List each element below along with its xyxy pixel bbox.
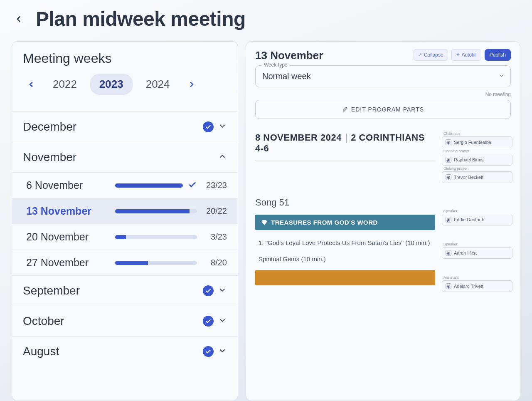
edit-program-parts-button[interactable]: EDIT PROGRAM PARTS xyxy=(255,100,511,119)
month-row-october[interactable]: October xyxy=(12,306,238,336)
progress-bar xyxy=(115,183,183,188)
month-label: October xyxy=(23,314,64,328)
meeting-weeks-panel: Meeting weeks 2022 2023 2024 December xyxy=(12,41,238,401)
assignment-chip-closing-prayer[interactable]: ◉ Trevor Beckett xyxy=(442,171,512,183)
no-meeting-label: No meeting xyxy=(246,92,520,97)
gem-icon xyxy=(261,219,268,226)
year-tabs: 2022 2023 2024 xyxy=(23,74,227,95)
assignment-name: Aaron Hirst xyxy=(454,250,477,255)
assignment-chip-part2[interactable]: ◉ Aaron Hirst xyxy=(442,247,512,259)
autofill-button[interactable]: Autofill xyxy=(451,49,481,61)
collapse-button[interactable]: Collapse xyxy=(414,49,448,61)
week-detail-panel: 13 November Collapse Autofill Publish We… xyxy=(246,41,520,401)
edit-program-parts-label: EDIT PROGRAM PARTS xyxy=(351,106,424,113)
chevron-down-icon xyxy=(218,285,227,296)
year-tab-2022[interactable]: 2022 xyxy=(44,74,86,95)
month-label: September xyxy=(23,284,80,297)
pencil-icon xyxy=(342,106,348,112)
back-button[interactable] xyxy=(12,12,26,26)
month-row-august[interactable]: August xyxy=(12,336,238,366)
assignment-chip-part3[interactable]: ◉ Adelard Trivett xyxy=(442,280,512,292)
assignment-label: Assistant xyxy=(443,275,459,280)
assignment-name: Raphael Binns xyxy=(454,157,484,162)
months-list: December November xyxy=(12,111,238,366)
person-icon: ◉ xyxy=(446,157,451,163)
week-type-value: Normal week xyxy=(262,72,311,81)
publish-button[interactable]: Publish xyxy=(485,49,511,61)
header-row: Plan midweek meeting xyxy=(12,7,520,30)
progress-ratio: 8/20 xyxy=(202,258,227,267)
app-root: Plan midweek meeting Meeting weeks 2022 … xyxy=(0,0,532,401)
assignment-chip-chairman[interactable]: ◉ Sergio Fuentealba xyxy=(442,136,512,148)
week-row[interactable]: 27 November 8/20 xyxy=(12,250,238,275)
assignment-label: Closing prayer xyxy=(443,166,468,171)
person-icon: ◉ xyxy=(446,250,451,256)
check-circle-icon xyxy=(203,121,214,132)
chevron-left-icon xyxy=(27,80,36,89)
detail-date: 13 November xyxy=(255,49,323,62)
week-row[interactable]: 6 November 23/23 xyxy=(12,172,238,198)
collapse-label: Collapse xyxy=(424,52,443,58)
week-list-november: 6 November 23/23 13 November 20/22 xyxy=(12,172,238,275)
month-label: December xyxy=(23,120,76,134)
check-circle-icon xyxy=(203,346,214,357)
chevron-down-icon xyxy=(499,73,505,80)
section-banner-ministry xyxy=(255,270,435,285)
schedule-area: 8 NOVEMBER 2024|2 CORINTHIANS 4-6 Chairm… xyxy=(246,121,520,292)
chevron-right-icon xyxy=(187,80,196,89)
assignment-name: Sergio Fuentealba xyxy=(454,140,491,145)
year-tab-2024[interactable]: 2024 xyxy=(137,74,179,95)
year-next-button[interactable] xyxy=(183,76,200,93)
progress-ratio: 20/22 xyxy=(202,206,227,216)
assignment-name: Trevor Beckett xyxy=(454,175,483,180)
week-label: 13 November xyxy=(26,205,109,217)
assignment-label: Opening prayer xyxy=(443,149,469,153)
chevron-up-icon xyxy=(218,152,227,163)
year-tab-2023[interactable]: 2023 xyxy=(90,74,133,95)
assignment-name: Adelard Trivett xyxy=(454,284,483,289)
month-row-november[interactable]: November xyxy=(12,142,238,172)
assignment-chip-opening-prayer[interactable]: ◉ Raphael Binns xyxy=(442,154,512,166)
meeting-weeks-title: Meeting weeks xyxy=(23,51,227,66)
week-type-select[interactable]: Week type Normal week xyxy=(255,65,511,87)
chevron-down-icon xyxy=(218,316,227,327)
progress-ratio: 23/23 xyxy=(202,181,227,190)
panels: Meeting weeks 2022 2023 2024 December xyxy=(12,41,520,401)
check-circle-icon xyxy=(203,316,214,327)
month-row-december[interactable]: December xyxy=(12,111,238,142)
assignment-label: Chairman xyxy=(443,131,460,136)
assignment-label: Speaker xyxy=(443,209,458,213)
chevron-left-icon xyxy=(13,14,24,25)
person-icon: ◉ xyxy=(446,217,451,223)
week-row[interactable]: 20 November 3/23 xyxy=(12,224,238,250)
check-icon xyxy=(188,180,197,191)
progress-bar xyxy=(115,209,197,213)
week-row[interactable]: 13 November 20/22 xyxy=(12,198,238,224)
autofill-label: Autofill xyxy=(462,52,477,58)
assignment-label: Speaker xyxy=(443,242,458,246)
week-type-label: Week type xyxy=(261,62,290,68)
detail-actions: Collapse Autofill Publish xyxy=(414,49,511,61)
program-part-2: Spiritual Gems (10 min.) xyxy=(255,246,435,262)
chevron-down-icon xyxy=(218,346,227,357)
schedule-header: 8 NOVEMBER 2024|2 CORINTHIANS 4-6 xyxy=(255,132,435,161)
program-part-1: 1. "God's Loyal Love Protects Us From Sa… xyxy=(255,230,435,246)
month-row-september[interactable]: September xyxy=(12,275,238,306)
week-label: 27 November xyxy=(26,257,109,269)
section-banner-treasures: TREASURES FROM GOD'S WORD xyxy=(255,215,435,230)
song-line: Song 51 xyxy=(255,186,435,210)
assignment-chip-part1[interactable]: ◉ Eddie Danforth xyxy=(442,214,512,225)
week-label: 20 November xyxy=(26,231,109,243)
month-label: August xyxy=(23,345,59,358)
week-label: 6 November xyxy=(26,179,109,191)
chevron-down-icon xyxy=(218,121,227,132)
collapse-icon xyxy=(418,53,422,57)
autofill-icon xyxy=(456,53,460,57)
person-icon: ◉ xyxy=(446,139,451,145)
page-title: Plan midweek meeting xyxy=(36,7,246,30)
progress-bar xyxy=(115,261,197,265)
person-icon: ◉ xyxy=(446,174,451,180)
person-icon: ◉ xyxy=(446,283,451,289)
year-prev-button[interactable] xyxy=(23,76,39,93)
check-circle-icon xyxy=(203,285,214,296)
